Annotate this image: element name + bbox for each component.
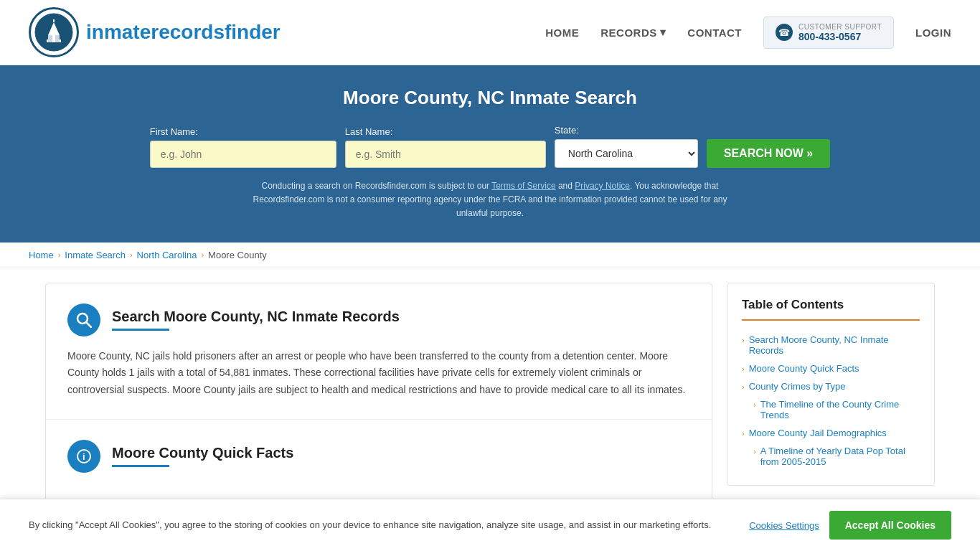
first-name-label: First Name: bbox=[150, 126, 198, 137]
svg-rect-8 bbox=[51, 35, 52, 42]
breadcrumb: Home › Inmate Search › North Carolina › … bbox=[0, 242, 980, 268]
breadcrumb-current: Moore County bbox=[208, 250, 267, 260]
main-content: Search Moore County, NC Inmate Records M… bbox=[31, 283, 949, 505]
toc-item-5[interactable]: › Moore County Jail Demographics bbox=[742, 424, 920, 442]
breadcrumb-sep-3: › bbox=[201, 250, 204, 259]
first-name-input[interactable] bbox=[150, 141, 336, 168]
toc-chevron-3: › bbox=[742, 382, 745, 391]
state-group: State: North Carolina Alabama Alaska Ari… bbox=[555, 125, 698, 168]
logo-icon bbox=[29, 7, 79, 57]
last-name-label: Last Name: bbox=[345, 126, 392, 137]
records-chevron-icon bbox=[660, 26, 666, 39]
privacy-link[interactable]: Privacy Notice bbox=[575, 181, 630, 191]
nav-contact[interactable]: CONTACT bbox=[687, 27, 742, 39]
first-name-group: First Name: bbox=[150, 126, 336, 168]
svg-rect-10 bbox=[58, 35, 60, 42]
section-title-1: Search Moore County, NC Inmate Records bbox=[112, 309, 400, 325]
phone-icon: ☎ bbox=[776, 24, 793, 41]
section-header-1: Search Moore County, NC Inmate Records bbox=[67, 303, 690, 336]
accept-cookies-button[interactable]: Accept All Cookies bbox=[829, 511, 951, 519]
toc-item-2[interactable]: › Moore County Quick Facts bbox=[742, 359, 920, 377]
section-underline-1 bbox=[112, 329, 169, 331]
toc-item-3[interactable]: › County Crimes by Type bbox=[742, 377, 920, 395]
toc-chevron-4: › bbox=[753, 400, 756, 409]
section-title-block-1: Search Moore County, NC Inmate Records bbox=[112, 309, 400, 331]
section-title-block-2: Moore County Quick Facts bbox=[112, 445, 293, 467]
toc-chevron-5: › bbox=[742, 429, 745, 438]
toc-title: Table of Contents bbox=[742, 298, 920, 312]
breadcrumb-home[interactable]: Home bbox=[29, 250, 54, 260]
state-select[interactable]: North Carolina Alabama Alaska Arizona Ca… bbox=[555, 139, 698, 168]
breadcrumb-sep-1: › bbox=[58, 250, 61, 259]
toc-box: Table of Contents › Search Moore County,… bbox=[727, 283, 935, 486]
cookie-text: By clicking "Accept All Cookies", you ag… bbox=[29, 518, 735, 519]
breadcrumb-inmate-search[interactable]: Inmate Search bbox=[65, 250, 126, 260]
article-section-2: i Moore County Quick Facts bbox=[46, 420, 712, 504]
svg-rect-9 bbox=[55, 35, 57, 42]
nav-home[interactable]: HOME bbox=[545, 27, 579, 39]
hero-section: Moore County, NC Inmate Search First Nam… bbox=[0, 65, 980, 242]
state-label: State: bbox=[555, 125, 579, 136]
last-name-group: Last Name: bbox=[345, 126, 546, 168]
toc-chevron-2: › bbox=[742, 364, 745, 373]
site-header: inmaterecordsfinder HOME RECORDS CONTACT… bbox=[0, 0, 980, 65]
nav-records[interactable]: RECORDS bbox=[600, 26, 666, 39]
breadcrumb-sep-2: › bbox=[130, 250, 133, 259]
search-button[interactable]: SEARCH NOW » bbox=[707, 139, 830, 168]
section-underline-2 bbox=[112, 465, 169, 467]
hero-disclaimer: Conducting a search on Recordsfinder.com… bbox=[239, 179, 741, 221]
section-title-2: Moore County Quick Facts bbox=[112, 445, 293, 461]
terms-link[interactable]: Terms of Service bbox=[491, 181, 555, 191]
main-nav: HOME RECORDS CONTACT ☎ CUSTOMER SUPPORT … bbox=[545, 17, 951, 49]
search-form: First Name: Last Name: State: North Caro… bbox=[29, 125, 951, 168]
breadcrumb-state[interactable]: North Carolina bbox=[137, 250, 197, 260]
article: Search Moore County, NC Inmate Records M… bbox=[45, 283, 712, 505]
toc-chevron-6: › bbox=[753, 447, 756, 456]
cookie-actions: Cookies Settings Accept All Cookies bbox=[749, 511, 951, 519]
toc-item-6[interactable]: › A Timeline of Yearly Data Pop Total fr… bbox=[742, 442, 920, 471]
info-icon: i bbox=[67, 440, 100, 473]
cookie-banner: By clicking "Accept All Cookies", you ag… bbox=[0, 499, 980, 519]
support-text: CUSTOMER SUPPORT 800-433-0567 bbox=[798, 23, 882, 42]
svg-text:i: i bbox=[83, 451, 85, 462]
logo-text: inmaterecordsfinder bbox=[86, 21, 281, 44]
article-section-1: Search Moore County, NC Inmate Records M… bbox=[46, 283, 712, 420]
hero-title: Moore County, NC Inmate Search bbox=[29, 87, 951, 109]
sidebar: Table of Contents › Search Moore County,… bbox=[727, 283, 935, 505]
toc-item-4[interactable]: › The Timeline of the County Crime Trend… bbox=[742, 395, 920, 424]
section-header-2: i Moore County Quick Facts bbox=[67, 440, 690, 473]
toc-chevron-1: › bbox=[742, 336, 745, 344]
svg-rect-7 bbox=[48, 35, 50, 42]
last-name-input[interactable] bbox=[345, 141, 546, 168]
search-icon bbox=[67, 303, 100, 336]
article-text-1: Moore County, NC jails hold prisoners af… bbox=[67, 348, 690, 399]
toc-item-1[interactable]: › Search Moore County, NC Inmate Records bbox=[742, 331, 920, 359]
nav-login[interactable]: LOGIN bbox=[915, 27, 951, 39]
customer-support-box[interactable]: ☎ CUSTOMER SUPPORT 800-433-0567 bbox=[763, 17, 894, 49]
svg-rect-4 bbox=[53, 19, 55, 22]
toc-divider bbox=[742, 319, 920, 321]
logo-area: inmaterecordsfinder bbox=[29, 7, 281, 57]
svg-line-12 bbox=[86, 322, 91, 327]
